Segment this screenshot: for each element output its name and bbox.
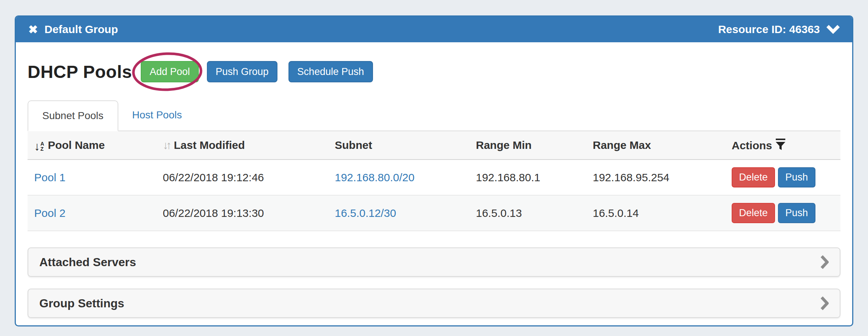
close-icon[interactable]: ✖ [28, 24, 38, 35]
column-label: Actions [732, 139, 772, 151]
resource-id-label: Resource ID: 46363 [718, 23, 820, 36]
push-group-button[interactable]: Push Group [207, 61, 277, 82]
add-pool-annotated: Add Pool [141, 61, 199, 82]
add-pool-button[interactable]: Add Pool [141, 61, 199, 82]
column-header-actions[interactable]: Actions [725, 131, 840, 160]
group-title: Default Group [44, 23, 118, 36]
subnet-link[interactable]: 192.168.80.0/20 [335, 171, 415, 183]
chevron-right-icon [821, 255, 829, 269]
subnet-link[interactable]: 16.5.0.12/30 [335, 207, 396, 219]
panel-title: Attached Servers [39, 255, 136, 269]
column-header-last-modified[interactable]: ↓↑Last Modified [156, 131, 328, 160]
table-row-pool-2: Pool 2 06/22/2018 19:13:30 16.5.0.12/30 … [28, 195, 840, 231]
table-row-pool-1: Pool 1 06/22/2018 19:12:46 192.168.80.0/… [28, 160, 840, 195]
push-button[interactable]: Push [778, 167, 815, 187]
attached-servers-panel[interactable]: Attached Servers [28, 247, 840, 277]
pool-name-link[interactable]: Pool 2 [34, 207, 65, 219]
push-button[interactable]: Push [778, 203, 815, 223]
range-max-value: 192.168.95.254 [586, 160, 725, 195]
chevron-down-icon[interactable] [826, 25, 840, 34]
group-settings-panel[interactable]: Group Settings [28, 289, 840, 318]
sort-icon[interactable]: ↓↑ [163, 139, 169, 151]
range-max-value: 16.5.0.14 [586, 195, 725, 231]
column-label: Pool Name [48, 139, 105, 151]
tab-host-pools[interactable]: Host Pools [118, 100, 196, 131]
group-header-bar: ✖ Default Group Resource ID: 46363 [16, 17, 852, 42]
default-group-card: ✖ Default Group Resource ID: 46363 DHCP … [15, 15, 853, 326]
column-header-range-min[interactable]: Range Min [469, 131, 586, 160]
column-header-pool-name[interactable]: ↓AZPool Name [28, 131, 156, 160]
tab-subnet-pools[interactable]: Subnet Pools [28, 100, 118, 131]
chevron-right-icon [821, 296, 829, 310]
page-title: DHCP Pools [28, 62, 132, 82]
column-header-subnet[interactable]: Subnet [328, 131, 469, 160]
heading-row: DHCP Pools Add Pool Push Group Schedule … [28, 53, 840, 90]
column-label: Last Modified [174, 139, 245, 151]
table-header-row: ↓AZPool Name ↓↑Last Modified Subnet Rang… [28, 131, 840, 160]
range-min-value: 16.5.0.13 [469, 195, 586, 231]
delete-button[interactable]: Delete [732, 167, 775, 187]
subnet-pools-table: ↓AZPool Name ↓↑Last Modified Subnet Rang… [28, 131, 840, 231]
column-header-range-max[interactable]: Range Max [586, 131, 725, 160]
group-card-body: DHCP Pools Add Pool Push Group Schedule … [16, 53, 852, 318]
last-modified-value: 06/22/2018 19:12:46 [156, 160, 328, 195]
pool-name-link[interactable]: Pool 1 [34, 171, 65, 183]
sort-alpha-down-icon[interactable]: ↓AZ [34, 142, 44, 151]
filter-icon[interactable] [776, 139, 786, 150]
last-modified-value: 06/22/2018 19:13:30 [156, 195, 328, 231]
schedule-push-button[interactable]: Schedule Push [288, 61, 373, 82]
range-min-value: 192.168.80.1 [469, 160, 586, 195]
pool-tabs: Subnet Pools Host Pools [28, 100, 840, 131]
resource-id-toggle[interactable]: Resource ID: 46363 [718, 23, 840, 36]
panel-title: Group Settings [39, 297, 124, 310]
delete-button[interactable]: Delete [732, 203, 775, 223]
